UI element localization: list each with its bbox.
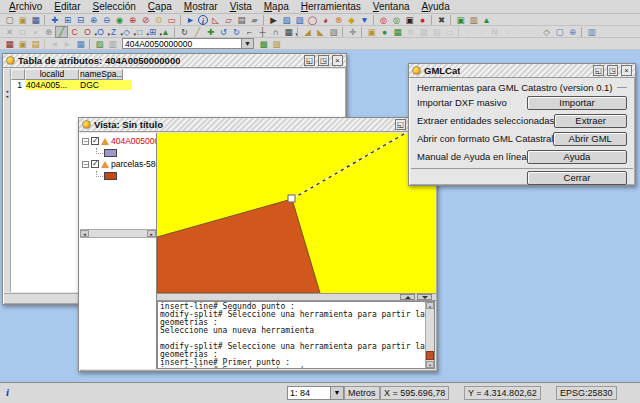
vertex-handle[interactable]: [288, 195, 295, 202]
minimize-icon[interactable]: ◱: [395, 119, 406, 130]
histogram-icon[interactable]: ▧: [431, 27, 442, 37]
menu-item[interactable]: Archivo: [4, 1, 47, 12]
menu-item[interactable]: Mostrar: [179, 1, 223, 12]
polyline-tool-icon[interactable]: Z: [108, 27, 119, 37]
parcel-polygon[interactable]: [157, 199, 320, 293]
rotate-tool-icon[interactable]: ↻: [179, 27, 190, 37]
screen-capture-icon[interactable]: ▣: [404, 15, 415, 25]
table-splitter-collapse[interactable]: ◂◂: [4, 69, 11, 292]
layer-row[interactable]: 404A0050000000: [82, 135, 156, 147]
gmlcat-action-button[interactable]: Abrir GML: [553, 132, 627, 146]
scroll-right-icon[interactable]: ▸: [147, 230, 156, 237]
grid-tool-icon[interactable]: ⊞: [147, 27, 158, 37]
snap-tool-icon[interactable]: ✚: [347, 27, 358, 37]
close-icon[interactable]: ×: [332, 55, 343, 66]
scroll-down-icon[interactable]: ▾: [426, 361, 434, 368]
gmlcat-action-button[interactable]: Ayuda: [527, 150, 627, 164]
symbol-tool-icon[interactable]: ▲: [160, 27, 171, 37]
explode-tool-icon[interactable]: ✚: [205, 27, 216, 37]
tree-expander-icon[interactable]: [82, 138, 89, 145]
zoom-in-icon[interactable]: ⊕: [88, 15, 99, 25]
point-tool-icon[interactable]: ◦: [30, 27, 41, 37]
legend-swatch[interactable]: [104, 172, 117, 180]
hatch-tool-icon[interactable]: ▨: [328, 27, 339, 37]
console-splitter[interactable]: [157, 293, 436, 301]
command-console[interactable]: insert-line# Segundo punto : modify-spli…: [157, 301, 435, 369]
zoom-out-box-icon[interactable]: ⊟: [75, 15, 86, 25]
split-tool-icon[interactable]: ┼: [257, 27, 268, 37]
layer-name[interactable]: parcelas-5804: [111, 159, 156, 169]
layer-visibility-checkbox[interactable]: [91, 160, 99, 168]
select-buffer-icon[interactable]: ◕: [320, 15, 331, 25]
save-project-icon[interactable]: ▦: [30, 15, 41, 25]
raster-icon[interactable]: ▦: [418, 27, 429, 37]
select-rectangle-icon[interactable]: ▧: [281, 15, 292, 25]
maximize-icon[interactable]: ◳: [318, 55, 329, 66]
frame-icon[interactable]: ▭: [166, 15, 177, 25]
error-icon[interactable]: ●: [417, 15, 428, 25]
gmlcat-dialog[interactable]: GMLCat ◱ ◳ × Herramientas para GML Catas…: [408, 63, 636, 186]
maximize-icon[interactable]: ◳: [607, 65, 618, 76]
draw-line-tool-icon[interactable]: ╱: [56, 27, 67, 37]
small2-icon[interactable]: ▫: [476, 27, 487, 37]
select-circle-icon[interactable]: ◯: [307, 15, 318, 25]
rectangle-tool-icon[interactable]: □: [134, 27, 145, 37]
locate-icon[interactable]: ▨: [271, 39, 282, 49]
undo-icon[interactable]: ↺: [218, 27, 229, 37]
small3-icon[interactable]: ▫: [502, 27, 513, 37]
export-layer-icon[interactable]: ▥: [468, 15, 479, 25]
layer-visibility-checkbox[interactable]: [91, 137, 99, 145]
print-icon[interactable]: ▤: [236, 15, 247, 25]
zoom-out-icon[interactable]: ⊖: [101, 15, 112, 25]
minimize-icon[interactable]: ◱: [593, 65, 604, 76]
show-table-icon[interactable]: ▦: [75, 39, 86, 49]
menu-item[interactable]: Herramientas: [296, 1, 366, 12]
save-edits-icon[interactable]: ▦: [4, 39, 15, 49]
zoom-previous-icon[interactable]: ⊘: [140, 15, 151, 25]
zoom-selected-icon[interactable]: ⊕: [127, 15, 138, 25]
minimize-icon[interactable]: ◱: [304, 55, 315, 66]
measure-area-icon[interactable]: ▱: [223, 15, 234, 25]
nav-table-icon[interactable]: N: [489, 27, 500, 37]
localid-cell[interactable]: 404A005...: [25, 80, 79, 90]
namespace-cell[interactable]: DGC: [79, 80, 132, 90]
tools-icon[interactable]: ✖: [436, 15, 447, 25]
menu-item[interactable]: Ventana: [368, 1, 415, 12]
vista-window[interactable]: Vista: Sin título ◱ ◳ ×: [78, 117, 438, 372]
matrix-tool-icon[interactable]: ▦: [283, 27, 294, 37]
georef-icon[interactable]: ⊛: [405, 27, 416, 37]
zoom-layer-icon[interactable]: ⊙: [153, 15, 164, 25]
polygon-tool-icon[interactable]: ◇: [121, 27, 132, 37]
collapse-console-icon[interactable]: [417, 294, 432, 300]
console-scrollbar[interactable]: ▴ ▾: [425, 302, 434, 368]
new-document-icon[interactable]: ▢: [4, 15, 15, 25]
scale-combo[interactable]: 1: 84 ▼: [287, 386, 344, 400]
move-geometry-icon[interactable]: ◢: [302, 27, 313, 37]
folder-add-icon[interactable]: ▣: [366, 27, 377, 37]
select-arrow-icon[interactable]: ►: [185, 15, 196, 25]
column-header-namespace[interactable]: nameSpa...: [79, 69, 123, 80]
menu-item[interactable]: Capa: [143, 1, 177, 12]
open-project-icon[interactable]: ▣: [17, 15, 28, 25]
ellipse-tool-icon[interactable]: O: [95, 27, 106, 37]
edit-vertex-tool-icon[interactable]: ╱: [192, 27, 203, 37]
menu-item[interactable]: Editar: [49, 1, 85, 12]
join-tool-icon[interactable]: ⌐: [244, 27, 255, 37]
gear-icon[interactable]: ⊛: [333, 15, 344, 25]
eraser-icon[interactable]: ▰: [249, 15, 260, 25]
layer-selector-value[interactable]: 404A0050000000: [122, 38, 242, 49]
zoom-doc-icon[interactable]: ⊕: [567, 27, 578, 37]
legend-swatch[interactable]: [104, 149, 117, 157]
zoom-full-icon[interactable]: ◉: [114, 15, 125, 25]
menu-item[interactable]: Ayuda: [417, 1, 455, 12]
layer-visibility-icon[interactable]: ▧: [94, 39, 105, 49]
clear-selection-icon[interactable]: ◆: [346, 15, 357, 25]
combo-dropdown-icon[interactable]: ▼: [242, 38, 254, 49]
image-layer-icon[interactable]: ▦: [392, 27, 403, 37]
zoom-box-icon[interactable]: ⊞: [62, 15, 73, 25]
rect-select-tool-icon[interactable]: □: [17, 27, 28, 37]
forward-icon[interactable]: ►: [62, 39, 73, 49]
columns-icon[interactable]: ▥: [586, 27, 597, 37]
copy-icon[interactable]: ▣: [17, 39, 28, 49]
folder-globe-icon[interactable]: ▣: [455, 15, 466, 25]
